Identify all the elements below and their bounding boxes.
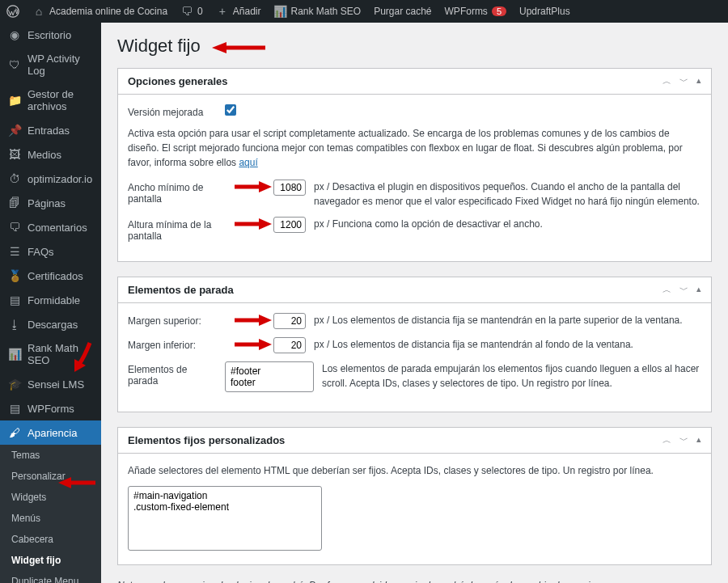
sidebar-item-certificates[interactable]: 🏅Certificados <box>0 264 101 288</box>
panel-general: Opciones generales ︿ ﹀ ▴ Versión mejorad… <box>117 68 712 262</box>
sidebar-item-pages[interactable]: 🗐Páginas <box>0 191 101 215</box>
annotation-arrow-icon <box>225 313 265 327</box>
sub-themes[interactable]: Temas <box>0 445 101 466</box>
sidebar-item-media[interactable]: 🖾Medios <box>0 142 101 167</box>
stopel-textarea[interactable]: #footer footer <box>225 361 314 392</box>
sub-widget-fijo[interactable]: Widget fijo <box>0 550 101 571</box>
sidebar-item-posts[interactable]: 📌Entradas <box>0 118 101 142</box>
panel-general-head[interactable]: Opciones generales ︿ ﹀ ▴ <box>118 69 711 95</box>
comment-icon: 🗨 <box>8 221 21 234</box>
panel-controls: ︿ ﹀ ▴ <box>662 75 701 87</box>
enhanced-checkbox[interactable] <box>225 104 236 116</box>
dashboard-icon: ◉ <box>8 28 21 41</box>
caret-up-icon[interactable]: ▴ <box>696 284 701 296</box>
chevron-up-icon[interactable]: ︿ <box>662 75 671 87</box>
panel-stop-head[interactable]: Elementos de parada ︿ ﹀ ▴ <box>118 277 711 303</box>
caret-up-icon[interactable]: ▴ <box>696 75 701 87</box>
chart-icon: 📊 <box>8 348 21 361</box>
minheight-desc: px / Funciona como la opción de desactiv… <box>314 217 543 231</box>
sidebar-item-optimizador[interactable]: ⏱optimizador.io <box>0 167 101 191</box>
media-icon: 🖾 <box>8 148 21 161</box>
minwidth-desc: px / Desactiva el plugin en dispositivos… <box>314 180 701 209</box>
wpforms-link[interactable]: WPForms5 <box>445 6 506 17</box>
page-icon: 🗐 <box>8 196 21 209</box>
chevron-up-icon[interactable]: ︿ <box>662 434 671 446</box>
form-icon: ▤ <box>8 294 21 306</box>
margintop-label: Margen superior: <box>128 313 217 327</box>
sub-widgets[interactable]: Widgets <box>0 487 101 508</box>
minheight-label: Altura mínima de la pantalla <box>128 217 217 242</box>
sidebar-item-wpforms[interactable]: ▤WPForms <box>0 396 101 420</box>
minwidth-input[interactable] <box>273 180 306 196</box>
comment-icon: 🗨 <box>180 5 193 18</box>
rankmath-link[interactable]: 📊Rank Math SEO <box>273 5 361 18</box>
panel-controls: ︿ ﹀ ▴ <box>662 434 701 446</box>
award-icon: 🏅 <box>8 269 21 282</box>
download-icon: ⭳ <box>8 318 21 331</box>
page-title: Widget fijo <box>117 36 712 57</box>
folder-icon: 📁 <box>8 94 21 107</box>
sub-menus[interactable]: Menús <box>0 508 101 529</box>
enhanced-label: Versión mejorada <box>128 104 217 118</box>
wp-logo[interactable] <box>6 5 19 18</box>
margintop-desc: px / Los elementos de distancia fija se … <box>314 313 683 327</box>
minwidth-label: Ancho mínimo de pantalla <box>128 180 217 205</box>
marginbot-desc: px / Los elementos de distancia fija se … <box>314 337 633 352</box>
chevron-down-icon[interactable]: ﹀ <box>679 434 688 446</box>
gauge-icon: ⏱ <box>8 172 21 185</box>
sidebar-item-activitylog[interactable]: 🛡WP Activity Log <box>0 47 101 82</box>
main-content: Widget fijo Opciones generales ︿ ﹀ ▴ Ver… <box>101 23 728 583</box>
panel-controls: ︿ ﹀ ▴ <box>662 284 701 296</box>
sub-dup-menu[interactable]: Duplicate Menu <box>0 571 101 583</box>
sidebar-submenu: Temas Personalizar Widgets Menús Cabecer… <box>0 445 101 583</box>
custom-textarea[interactable]: #main-navigation .custom-fixed-element <box>128 486 322 551</box>
list-icon: ☰ <box>8 245 21 258</box>
wpforms-badge: 5 <box>492 6 506 16</box>
marginbot-input[interactable] <box>273 337 306 353</box>
sidebar-item-formidable[interactable]: ▤Formidable <box>0 288 101 312</box>
sidebar-item-downloads[interactable]: ⭳Descargas <box>0 312 101 336</box>
panel-custom: Elementos fijos personalizados ︿ ﹀ ▴ Aña… <box>117 427 712 565</box>
panel-stop-title: Elementos de parada <box>128 284 234 296</box>
sidebar-item-comments[interactable]: 🗨Comentarios <box>0 215 101 239</box>
sidebar-item-rankmath[interactable]: 📊Rank Math SEO <box>0 336 101 372</box>
sidebar-item-appearance[interactable]: 🖌Apariencia <box>0 420 101 445</box>
sidebar-item-filemanager[interactable]: 📁Gestor de archivos <box>0 82 101 118</box>
annotation-arrow-icon <box>210 39 267 53</box>
comments-link[interactable]: 🗨0 <box>180 5 203 18</box>
panel-custom-head[interactable]: Elementos fijos personalizados ︿ ﹀ ▴ <box>118 428 711 454</box>
sidebar-item-dashboard[interactable]: ◉Escritorio <box>0 23 101 47</box>
chevron-down-icon[interactable]: ﹀ <box>679 284 688 296</box>
admin-bar: ⌂Academia online de Cocina 🗨0 +Añadir 📊R… <box>0 0 728 23</box>
form-icon: ▤ <box>8 402 21 415</box>
pin-icon: 📌 <box>8 124 21 137</box>
chevron-up-icon[interactable]: ︿ <box>662 284 671 296</box>
margintop-input[interactable] <box>273 313 306 329</box>
sidebar-item-faqs[interactable]: ☰FAQs <box>0 239 101 264</box>
report-link[interactable]: aquí <box>239 157 257 168</box>
enhanced-desc: Activa esta opción para usar el script c… <box>128 126 701 170</box>
panel-general-title: Opciones generales <box>128 75 228 87</box>
sidebar-item-sensei[interactable]: 🎓Sensei LMS <box>0 372 101 396</box>
site-name-link[interactable]: ⌂Academia online de Cocina <box>32 5 167 18</box>
cap-icon: 🎓 <box>8 378 21 391</box>
add-new-link[interactable]: +Añadir <box>216 5 261 18</box>
updraft-link[interactable]: UpdraftPlus <box>519 6 570 17</box>
minheight-input[interactable] <box>273 217 306 233</box>
shield-icon: 🛡 <box>8 58 21 71</box>
sub-customize[interactable]: Personalizar <box>0 466 101 487</box>
marginbot-label: Margen inferior: <box>128 337 217 351</box>
admin-sidebar: ◉Escritorio 🛡WP Activity Log 📁Gestor de … <box>0 23 101 583</box>
chevron-down-icon[interactable]: ﹀ <box>679 75 688 87</box>
cache-note: Nota para los usuarios de plugins de cac… <box>117 580 712 583</box>
sub-header[interactable]: Cabecera <box>0 529 101 550</box>
brush-icon: 🖌 <box>8 426 21 439</box>
annotation-arrow-icon <box>225 337 265 352</box>
stopel-desc: Los elementos de parada empujarán los el… <box>322 361 701 391</box>
custom-desc: Añade selectores del elemento HTML que d… <box>128 463 701 478</box>
chart-icon: 📊 <box>273 5 286 18</box>
home-icon: ⌂ <box>32 5 45 18</box>
plus-icon: + <box>216 5 229 18</box>
caret-up-icon[interactable]: ▴ <box>696 434 701 446</box>
purge-cache-link[interactable]: Purgar caché <box>374 6 431 17</box>
